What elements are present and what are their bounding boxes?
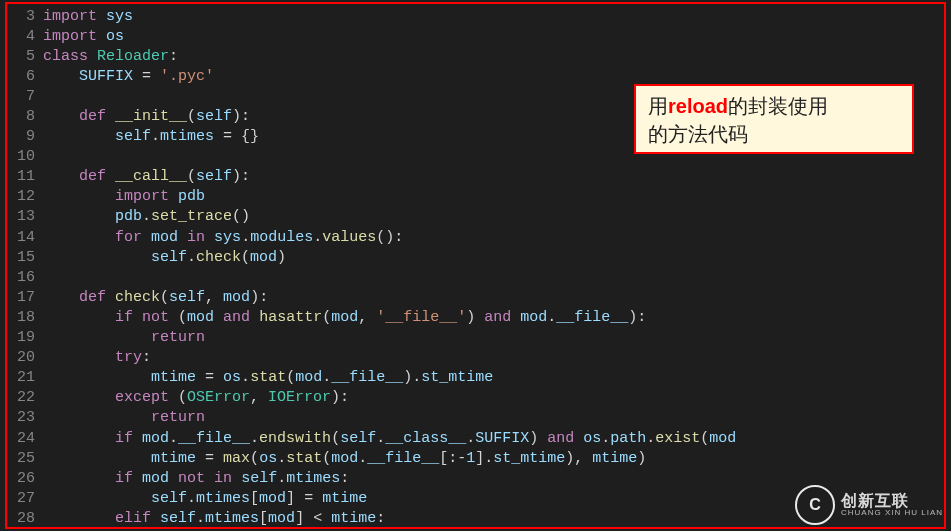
code-text[interactable]: def __init__(self): — [43, 108, 250, 125]
code-text[interactable]: self.check(mod) — [43, 249, 286, 266]
annotation-line2: 的方法代码 — [648, 123, 748, 145]
code-text[interactable]: mtime = max(os.stat(mod.__file__[:-1].st… — [43, 450, 646, 467]
line-number: 7 — [7, 88, 43, 105]
code-text[interactable]: import pdb — [43, 188, 205, 205]
code-text[interactable]: import sys — [43, 8, 133, 25]
line-number: 13 — [7, 208, 43, 225]
code-text[interactable]: def check(self, mod): — [43, 289, 268, 306]
line-number: 14 — [7, 229, 43, 246]
annotation-highlight: reload — [668, 95, 728, 117]
line-number: 16 — [7, 269, 43, 286]
code-line[interactable]: 11 def __call__(self): — [7, 167, 944, 187]
code-line[interactable]: 14 for mod in sys.modules.values(): — [7, 227, 944, 247]
code-line[interactable]: 16 — [7, 267, 944, 287]
code-line[interactable]: 25 mtime = max(os.stat(mod.__file__[:-1]… — [7, 448, 944, 468]
line-number: 15 — [7, 249, 43, 266]
code-text[interactable]: return — [43, 409, 205, 426]
line-number: 9 — [7, 128, 43, 145]
code-text[interactable]: elif self.mtimes[mod] < mtime: — [43, 510, 385, 527]
code-text[interactable]: def __call__(self): — [43, 168, 250, 185]
line-number: 24 — [7, 430, 43, 447]
code-text[interactable]: for mod in sys.modules.values(): — [43, 229, 403, 246]
code-line[interactable]: 12 import pdb — [7, 187, 944, 207]
code-text[interactable]: return — [43, 329, 205, 346]
line-number: 6 — [7, 68, 43, 85]
logo-letter: C — [809, 496, 821, 514]
code-text[interactable]: if mod.__file__.endswith(self.__class__.… — [43, 430, 736, 447]
code-text[interactable]: SUFFIX = '.pyc' — [43, 68, 214, 85]
code-text[interactable]: import os — [43, 28, 124, 45]
line-number: 20 — [7, 349, 43, 366]
line-number: 19 — [7, 329, 43, 346]
line-number: 27 — [7, 490, 43, 507]
annotation-prefix: 用 — [648, 95, 668, 117]
code-line[interactable]: 17 def check(self, mod): — [7, 287, 944, 307]
code-text[interactable]: if mod not in self.mtimes: — [43, 470, 349, 487]
code-text[interactable]: self.mtimes[mod] = mtime — [43, 490, 367, 507]
code-text[interactable]: except (OSError, IOError): — [43, 389, 349, 406]
code-line[interactable]: 19 return — [7, 328, 944, 348]
line-number: 5 — [7, 48, 43, 65]
code-area[interactable]: 3import sys4import os5class Reloader:6 S… — [7, 4, 944, 528]
code-line[interactable]: 5class Reloader: — [7, 46, 944, 66]
code-line[interactable]: 22 except (OSError, IOError): — [7, 388, 944, 408]
code-text[interactable]: self.mtimes = {} — [43, 128, 259, 145]
annotation-line1: 用reload的封装使用 — [648, 95, 828, 117]
line-number: 21 — [7, 369, 43, 386]
annotation-suffix1: 的封装使用 — [728, 95, 828, 117]
line-number: 11 — [7, 168, 43, 185]
line-number: 10 — [7, 148, 43, 165]
code-line[interactable]: 3import sys — [7, 6, 944, 26]
line-number: 26 — [7, 470, 43, 487]
line-number: 8 — [7, 108, 43, 125]
line-number: 12 — [7, 188, 43, 205]
code-line[interactable]: 23 return — [7, 408, 944, 428]
code-line[interactable]: 20 try: — [7, 348, 944, 368]
watermark: C 创新互联 CHUANG XIN HU LIAN — [795, 485, 943, 525]
brand-cn: 创新互联 — [841, 492, 943, 510]
code-line[interactable]: 18 if not (mod and hasattr(mod, '__file_… — [7, 307, 944, 327]
brand-en: CHUANG XIN HU LIAN — [841, 509, 943, 518]
brand-logo-icon: C — [795, 485, 835, 525]
line-number: 23 — [7, 409, 43, 426]
editor-frame: 3import sys4import os5class Reloader:6 S… — [5, 2, 946, 529]
annotation-callout: 用reload的封装使用 的方法代码 — [634, 84, 914, 154]
code-line[interactable]: 24 if mod.__file__.endswith(self.__class… — [7, 428, 944, 448]
line-number: 25 — [7, 450, 43, 467]
line-number: 28 — [7, 510, 43, 527]
line-number: 22 — [7, 389, 43, 406]
code-line[interactable]: 13 pdb.set_trace() — [7, 207, 944, 227]
line-number: 18 — [7, 309, 43, 326]
code-text[interactable]: if not (mod and hasattr(mod, '__file__')… — [43, 309, 646, 326]
code-text[interactable]: class Reloader: — [43, 48, 178, 65]
line-number: 4 — [7, 28, 43, 45]
code-line[interactable]: 21 mtime = os.stat(mod.__file__).st_mtim… — [7, 368, 944, 388]
code-text[interactable]: try: — [43, 349, 151, 366]
line-number: 3 — [7, 8, 43, 25]
brand-text: 创新互联 CHUANG XIN HU LIAN — [841, 492, 943, 518]
code-text[interactable]: pdb.set_trace() — [43, 208, 250, 225]
line-number: 17 — [7, 289, 43, 306]
code-line[interactable]: 15 self.check(mod) — [7, 247, 944, 267]
code-line[interactable]: 4import os — [7, 26, 944, 46]
code-text[interactable]: mtime = os.stat(mod.__file__).st_mtime — [43, 369, 493, 386]
